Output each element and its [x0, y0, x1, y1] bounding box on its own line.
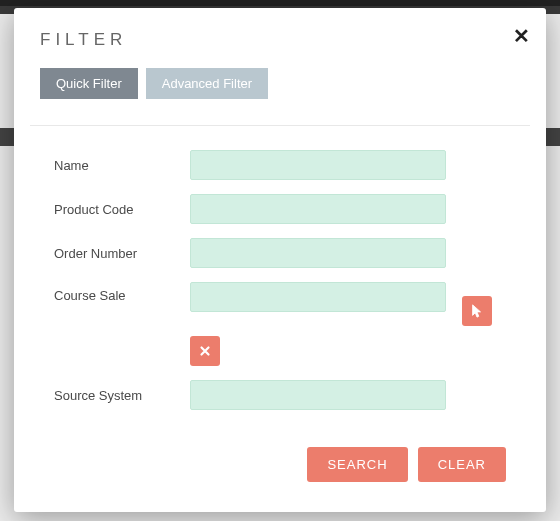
row-source-system: Source System: [54, 380, 506, 410]
input-order-number[interactable]: [190, 238, 446, 268]
filter-tab-row: Quick Filter Advanced Filter: [14, 68, 546, 109]
input-product-code[interactable]: [190, 194, 446, 224]
modal-footer: SEARCH CLEAR: [14, 437, 546, 512]
tab-quick-filter[interactable]: Quick Filter: [40, 68, 138, 99]
modal-title: FILTER: [40, 30, 520, 50]
label-source-system: Source System: [54, 388, 190, 403]
label-order-number: Order Number: [54, 246, 190, 261]
tab-advanced-filter[interactable]: Advanced Filter: [146, 68, 268, 99]
input-source-system[interactable]: [190, 380, 446, 410]
row-product-code: Product Code: [54, 194, 506, 224]
input-course-sale[interactable]: [190, 282, 446, 312]
filter-form: Name Product Code Order Number Course Sa…: [14, 126, 546, 437]
modal-header: FILTER ✕: [14, 8, 546, 68]
row-order-number: Order Number: [54, 238, 506, 268]
x-icon: [198, 344, 212, 358]
label-course-sale: Course Sale: [54, 282, 190, 303]
row-course-sale: Course Sale: [54, 282, 506, 366]
close-icon[interactable]: ✕: [513, 26, 530, 46]
course-sale-picker-button[interactable]: [462, 296, 492, 326]
label-product-code: Product Code: [54, 202, 190, 217]
search-button[interactable]: SEARCH: [307, 447, 407, 482]
label-name: Name: [54, 158, 190, 173]
course-sale-remove-button[interactable]: [190, 336, 220, 366]
clear-button[interactable]: CLEAR: [418, 447, 506, 482]
input-name[interactable]: [190, 150, 446, 180]
cursor-icon: [470, 304, 484, 318]
row-name: Name: [54, 150, 506, 180]
filter-modal: FILTER ✕ Quick Filter Advanced Filter Na…: [14, 8, 546, 512]
